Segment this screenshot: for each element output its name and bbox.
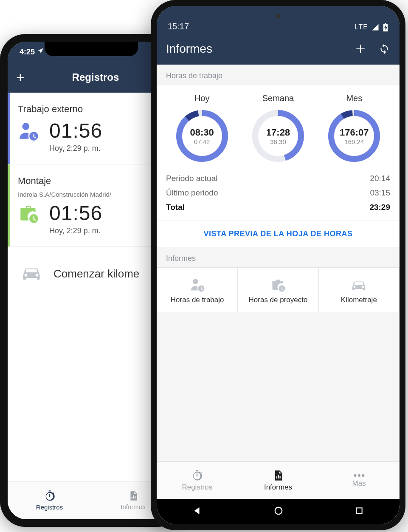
summary-card: Hoy 08:3007:42 Semana 17:2838:30 Mes	[157, 85, 400, 221]
battery-icon	[383, 23, 388, 31]
start-mileage-label: Comenzar kilome	[53, 267, 139, 280]
android-screen: 15:17 LTE Informes Horas de trabajo	[157, 6, 400, 524]
record-item-montaje[interactable]: Montaje Indrola S.A/Construcción Madrid/…	[8, 164, 175, 247]
android-system-nav	[157, 499, 400, 524]
android-app-header: Informes	[157, 33, 400, 65]
nav-home-icon[interactable]	[274, 506, 283, 517]
svg-point-0	[22, 123, 29, 130]
tile-horas-trabajo[interactable]: Horas de trabajo	[157, 268, 238, 312]
tab-informes[interactable]: Informes	[238, 462, 319, 499]
location-icon	[37, 48, 44, 57]
svg-point-17	[275, 507, 282, 515]
tab-registros[interactable]: Registros	[157, 462, 238, 499]
report-tiles: Horas de trabajo Horas de proyecto Kilom…	[157, 267, 400, 312]
record-color-bar	[8, 93, 10, 164]
briefcase-clock-icon	[18, 203, 39, 224]
android-status-bar: 15:17 LTE	[157, 6, 400, 33]
status-time: 4:25	[20, 48, 35, 57]
gauge-semana[interactable]: Semana 17:2838:30	[242, 93, 314, 164]
report-file-icon	[272, 470, 284, 481]
tab-registros[interactable]: Registros	[8, 481, 91, 519]
tile-kilometraje[interactable]: Kilometraje	[319, 268, 399, 312]
android-bottom-tabs: Registros Informes Más	[157, 461, 400, 499]
spacer	[157, 312, 400, 461]
svg-point-14	[354, 474, 356, 477]
gauges-row: Hoy 08:3007:42 Semana 17:2838:30 Mes	[166, 93, 390, 164]
car-icon	[20, 264, 42, 284]
period-stats: Periodo actual20:14 Último periodo03:15 …	[166, 171, 390, 215]
nav-back-icon[interactable]	[193, 506, 202, 517]
timesheet-preview-link[interactable]: VISTA PREVIA DE LA HOJA DE HORAS	[157, 221, 400, 247]
record-label: Montaje	[18, 175, 166, 187]
header-title: Informes	[166, 42, 355, 56]
iphone-screen: 4:25 + Registros Trabajo externo 01:56 H…	[8, 42, 175, 519]
person-clock-icon	[18, 120, 39, 141]
android-device: 15:17 LTE Informes Horas de trabajo	[151, 0, 405, 530]
tile-horas-proyecto[interactable]: Horas de proyecto	[238, 268, 318, 312]
more-icon	[353, 473, 365, 478]
stopwatch-icon	[191, 470, 203, 481]
record-sublabel: Indrola S.A/Construcción Madrid/	[18, 191, 166, 198]
record-time: 01:56	[49, 201, 102, 225]
record-meta: Hoy, 2:29 p. m.	[49, 226, 166, 235]
section-label-informes: Informes	[157, 247, 400, 267]
status-time: 15:17	[168, 22, 189, 31]
record-color-bar	[8, 164, 10, 246]
person-clock-icon	[160, 277, 234, 292]
svg-point-11	[193, 279, 198, 284]
briefcase-clock-icon	[241, 277, 315, 292]
svg-rect-18	[357, 508, 362, 513]
records-list: Trabajo externo 01:56 Hoy, 2:29 p. m. Mo…	[8, 93, 175, 301]
sync-button[interactable]	[378, 43, 390, 55]
record-time: 01:56	[49, 119, 102, 142]
record-item-trabajo-externo[interactable]: Trabajo externo 01:56 Hoy, 2:29 p. m.	[8, 93, 175, 164]
stopwatch-icon	[44, 490, 56, 502]
section-label-work-hours: Horas de trabajo	[157, 65, 400, 85]
record-label: Trabajo externo	[18, 104, 166, 115]
record-meta: Hoy, 2:29 p. m.	[49, 144, 166, 153]
report-file-icon	[128, 490, 139, 501]
signal-icon	[371, 23, 379, 31]
gauge-hoy[interactable]: Hoy 08:3007:42	[166, 93, 238, 164]
iphone-notch	[45, 42, 138, 56]
svg-point-16	[362, 474, 364, 477]
car-icon	[322, 277, 396, 292]
svg-point-15	[358, 474, 360, 477]
nav-recents-icon[interactable]	[355, 507, 363, 517]
start-mileage-row[interactable]: Comenzar kilome	[8, 247, 175, 301]
iphone-app-header: + Registros	[8, 62, 175, 93]
gauge-mes[interactable]: Mes 176:07169:24	[318, 93, 390, 164]
tab-mas[interactable]: Más	[318, 462, 400, 499]
iphone-bottom-tabs: Registros Informes	[8, 481, 175, 519]
android-camera	[276, 14, 281, 19]
network-label: LTE	[355, 23, 368, 31]
header-title: Registros	[25, 71, 166, 83]
add-button[interactable]	[355, 43, 366, 55]
